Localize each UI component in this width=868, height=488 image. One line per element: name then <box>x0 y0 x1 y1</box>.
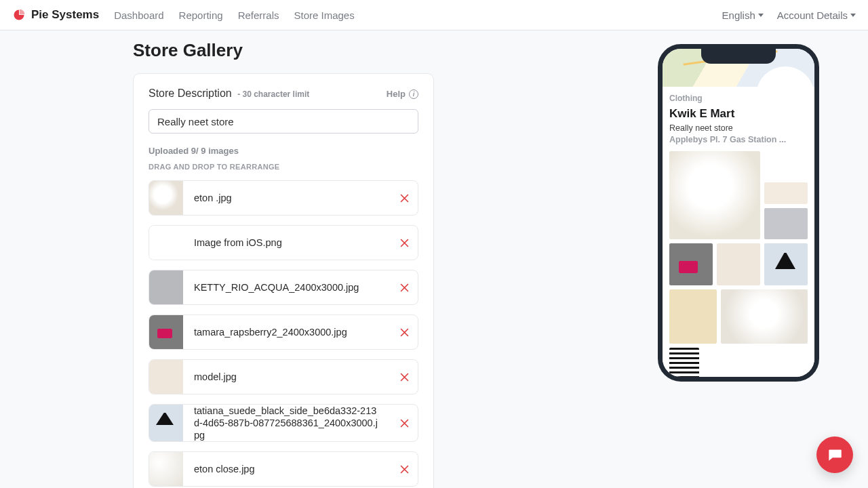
language-label: English <box>722 9 755 21</box>
close-icon <box>399 464 410 475</box>
close-icon <box>399 237 410 249</box>
app-header: Pie Systems Dashboard Reporting Referral… <box>0 0 868 30</box>
primary-nav: Dashboard Reporting Referrals Store Imag… <box>114 9 355 21</box>
preview-image <box>669 243 713 285</box>
preview-side-column <box>764 151 808 239</box>
preview-image <box>669 151 760 239</box>
file-thumbnail <box>149 270 183 304</box>
language-dropdown[interactable]: English <box>722 9 764 21</box>
description-label: Store Description <box>149 87 232 99</box>
file-name: eton .jpg <box>183 192 391 204</box>
preview-store-address: Applebys Pl. 7 Gas Station ... <box>669 135 808 144</box>
file-thumbnail <box>149 452 183 486</box>
file-thumbnail <box>149 405 183 441</box>
file-row[interactable]: Image from iOS.png <box>149 225 418 260</box>
file-row[interactable]: eton close.jpg <box>149 451 418 487</box>
preview-body: Clothing Kwik E Mart Really neet store A… <box>663 87 814 379</box>
delete-file-button[interactable] <box>391 282 418 293</box>
header-right: English Account Details <box>722 9 856 21</box>
close-icon <box>399 192 410 204</box>
file-thumbnail <box>149 181 183 215</box>
nav-dashboard[interactable]: Dashboard <box>114 9 163 21</box>
brand-name: Pie Systems <box>31 8 99 22</box>
file-row[interactable]: eton .jpg <box>149 180 418 216</box>
delete-file-button[interactable] <box>391 418 418 429</box>
preview-image <box>764 243 808 285</box>
preview-row4 <box>669 289 808 379</box>
preview-image <box>721 289 808 344</box>
delete-file-button[interactable] <box>391 327 418 338</box>
close-icon <box>399 327 410 338</box>
file-row[interactable]: model.jpg <box>149 359 418 394</box>
file-thumbnail <box>149 315 183 349</box>
preview-image <box>764 182 808 204</box>
preview-image <box>669 289 717 344</box>
preview-swoop <box>756 66 814 125</box>
upload-count: Uploaded 9/ 9 images <box>149 146 418 156</box>
file-name: eton close.jpg <box>183 463 391 475</box>
chat-fab[interactable] <box>816 436 853 473</box>
preview-store-desc: Really neet store <box>669 123 808 133</box>
nav-reporting[interactable]: Reporting <box>179 9 223 21</box>
preview-row3 <box>669 243 808 285</box>
preview-image <box>717 243 760 285</box>
phone-notch <box>701 49 776 64</box>
close-icon <box>399 371 410 383</box>
preview-image <box>764 208 808 239</box>
preview-image <box>669 348 699 379</box>
brand: Pie Systems <box>12 8 99 22</box>
delete-file-button[interactable] <box>391 464 418 475</box>
caret-down-icon <box>850 14 856 17</box>
phone-preview: Clothing Kwik E Mart Really neet store A… <box>658 44 819 382</box>
preview-gallery-grid <box>669 151 808 239</box>
page-title: Store Gallery <box>133 40 434 61</box>
close-icon <box>399 418 410 429</box>
gallery-card: Store Description - 30 character limit H… <box>133 73 434 488</box>
chat-icon <box>826 446 844 464</box>
nav-referrals[interactable]: Referrals <box>238 9 279 21</box>
account-label: Account Details <box>777 9 848 21</box>
help-button[interactable]: Help <box>387 89 418 99</box>
file-thumbnail <box>149 226 183 260</box>
caret-down-icon <box>758 14 764 17</box>
help-label: Help <box>387 89 406 99</box>
preview-image <box>764 151 808 178</box>
main: Store Gallery Store Description - 30 cha… <box>0 30 868 488</box>
left-column: Store Gallery Store Description - 30 cha… <box>133 40 434 488</box>
delete-file-button[interactable] <box>391 237 418 249</box>
nav-store-images[interactable]: Store Images <box>294 9 354 21</box>
file-row[interactable]: tatiana_suede_black_side_be6da332-213d-4… <box>149 404 418 442</box>
store-description-input[interactable] <box>149 109 418 134</box>
description-header-row: Store Description - 30 character limit H… <box>149 87 418 100</box>
description-label-wrap: Store Description - 30 character limit <box>149 87 309 100</box>
description-limit: - 30 character limit <box>237 89 309 99</box>
file-row[interactable]: tamara_rapsberry2_2400x3000.jpg <box>149 314 418 350</box>
file-name: tamara_rapsberry2_2400x3000.jpg <box>183 326 391 338</box>
file-row[interactable]: KETTY_RIO_ACQUA_2400x3000.jpg <box>149 270 418 305</box>
file-thumbnail <box>149 360 183 394</box>
close-icon <box>399 282 410 293</box>
delete-file-button[interactable] <box>391 192 418 204</box>
file-name: Image from iOS.png <box>183 237 391 249</box>
dnd-hint: DRAG AND DROP TO REARRANGE <box>149 163 418 171</box>
info-icon <box>409 89 418 99</box>
preview-col4a <box>669 289 717 379</box>
file-name: tatiana_suede_black_side_be6da332-213d-4… <box>183 405 391 441</box>
account-dropdown[interactable]: Account Details <box>777 9 856 21</box>
file-name: KETTY_RIO_ACQUA_2400x3000.jpg <box>183 281 391 293</box>
file-name: model.jpg <box>183 371 391 383</box>
delete-file-button[interactable] <box>391 371 418 383</box>
pie-logo-icon <box>12 8 26 22</box>
file-list: eton .jpg Image from iOS.png KETTY_RIO_A… <box>149 180 418 488</box>
